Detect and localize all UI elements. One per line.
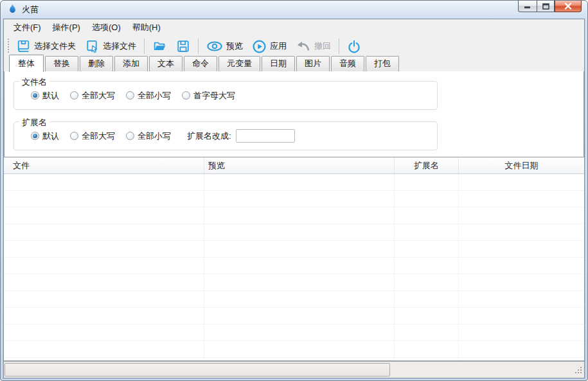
flame-app-icon [8,3,17,16]
menu-help[interactable]: 帮助(H) [127,19,166,36]
scrollbar-thumb[interactable] [4,363,390,377]
radio-icon [70,132,78,140]
filename-group-title: 文件名 [19,76,49,88]
tab-delete[interactable]: 删除 [80,56,113,71]
extension-change-label: 扩展名改成: [187,130,231,142]
play-icon [252,39,267,54]
radio-label: 默认 [42,130,59,142]
minimize-button[interactable] [518,1,537,12]
select-file-label: 选择文件 [103,40,136,52]
window-controls [518,1,582,12]
filename-radio-default[interactable]: 默认 [31,90,59,102]
radio-icon [182,91,190,100]
toolbar: 选择文件夹 选择文件 [4,36,584,57]
folder-book-icon [16,39,31,53]
power-icon [347,39,361,54]
close-button[interactable] [555,1,582,12]
window-title: 火苗 [22,4,39,15]
tab-text[interactable]: 文本 [149,56,183,71]
tab-replace[interactable]: 替换 [45,56,78,71]
tab-date[interactable]: 日期 [262,56,295,71]
undo-label: 撤回 [314,40,331,52]
radio-label: 全部大写 [82,130,115,142]
title-bar[interactable]: 火苗 [3,1,585,19]
tab-overall[interactable]: 整体 [9,55,44,72]
column-separator [394,174,395,360]
apply-button[interactable]: 应用 [247,37,291,57]
apply-label: 应用 [270,40,287,52]
undo-icon [296,40,311,53]
radio-label: 首字母大写 [193,90,235,102]
radio-label: 默认 [42,90,59,102]
menu-operate[interactable]: 操作(P) [47,19,86,36]
open-button[interactable] [148,37,172,56]
table-body-empty[interactable] [4,174,584,360]
filename-radio-lowercase[interactable]: 全部小写 [126,90,171,102]
radio-checked-icon [31,91,39,100]
power-exit-button[interactable] [343,37,366,57]
radio-label: 全部大写 [82,90,115,102]
preview-button[interactable]: 预览 [202,37,247,55]
file-cursor-icon [85,39,100,54]
select-folder-button[interactable]: 选择文件夹 [12,37,80,56]
column-header-preview[interactable]: 预览 [204,157,395,173]
client-area: 文件(F) 操作(P) 选项(O) 帮助(H) 选择文件夹 [3,19,585,378]
radio-icon [126,91,134,100]
tab-add[interactable]: 添加 [114,56,148,71]
toolbar-separator [339,39,339,54]
filename-radio-capitalize[interactable]: 首字母大写 [182,90,235,102]
preview-label: 预览 [226,40,243,52]
save-button[interactable] [172,37,195,56]
select-folder-label: 选择文件夹 [34,40,76,52]
tab-image[interactable]: 图片 [296,56,330,71]
column-separator [204,174,204,360]
maximize-button[interactable] [537,1,555,12]
menu-options[interactable]: 选项(O) [86,19,127,36]
extension-radio-uppercase[interactable]: 全部大写 [70,130,115,142]
column-separator [458,174,459,360]
horizontal-scrollbar[interactable] [4,361,584,378]
extension-change-input[interactable] [236,129,295,143]
tab-command[interactable]: 命令 [184,56,217,71]
column-header-extension[interactable]: 扩展名 [395,157,459,173]
toolbar-grip[interactable] [7,39,10,54]
radio-icon [70,91,78,100]
eye-icon [206,40,223,53]
undo-button[interactable]: 撤回 [291,37,335,55]
file-table: 文件 预览 扩展名 文件日期 [4,157,584,361]
extension-radio-lowercase[interactable]: 全部小写 [126,130,171,142]
toolbar-separator [144,39,145,54]
menu-file[interactable]: 文件(F) [8,19,47,36]
open-folder-icon [152,39,167,53]
resize-grip-icon[interactable] [574,366,582,376]
tab-panel-overall: 文件名 默认 全部大写 全部小写 首字母大写 [4,71,584,157]
extension-groupbox: 扩展名 默认 全部大写 全部小写 扩展名改成: [13,121,438,150]
radio-label: 全部小写 [138,90,171,102]
extension-group-title: 扩展名 [19,117,49,128]
table-header: 文件 预览 扩展名 文件日期 [4,157,584,174]
radio-checked-icon [31,132,39,140]
menu-bar: 文件(F) 操作(P) 选项(O) 帮助(H) [4,19,584,36]
column-header-file[interactable]: 文件 [4,157,204,173]
filename-radio-uppercase[interactable]: 全部大写 [70,90,115,102]
tab-metavar[interactable]: 元变量 [218,56,260,71]
select-file-button[interactable]: 选择文件 [80,37,141,57]
save-icon [176,39,190,53]
tab-strip: 整体 替换 删除 添加 文本 命令 元变量 日期 图片 音频 打包 [4,57,584,71]
extension-radio-default[interactable]: 默认 [31,130,59,142]
radio-label: 全部小写 [138,130,171,142]
radio-icon [126,132,134,140]
toolbar-separator [198,39,199,54]
app-window: 火苗 文件(F) 操作(P) 选项(O) 帮助(H) [0,0,588,381]
tab-pack[interactable]: 打包 [366,56,399,71]
filename-groupbox: 文件名 默认 全部大写 全部小写 首字母大写 [13,81,438,110]
column-header-filedate[interactable]: 文件日期 [459,157,584,173]
tab-audio[interactable]: 音频 [331,56,364,71]
